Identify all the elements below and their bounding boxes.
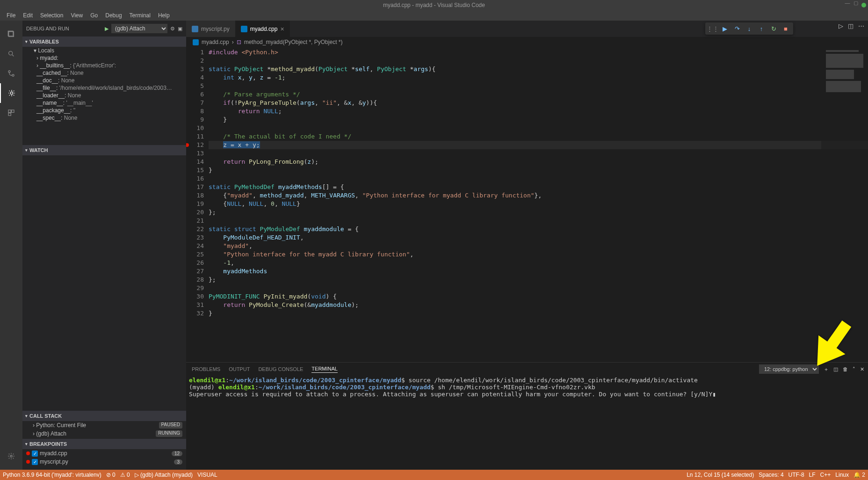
variable-row[interactable]: › myadd: bbox=[22, 54, 186, 62]
terminal-select[interactable]: 12: cppdbg: python bbox=[759, 364, 819, 374]
terminal[interactable]: elendil@x1:~/work/island_birds/code/2003… bbox=[186, 376, 868, 470]
variable-row[interactable]: __loader__: None bbox=[22, 92, 186, 99]
settings-gear-icon[interactable] bbox=[0, 446, 22, 466]
status-errors[interactable]: ⊘ 0 bbox=[106, 472, 116, 478]
variable-row[interactable]: __package__: '' bbox=[22, 107, 186, 114]
search-icon[interactable] bbox=[0, 44, 22, 64]
svg-line-3 bbox=[12, 55, 14, 56]
split-terminal-icon[interactable]: ◫ bbox=[833, 366, 838, 372]
panel-tab-debug-console[interactable]: DEBUG CONSOLE bbox=[258, 366, 303, 372]
extensions-icon[interactable] bbox=[0, 103, 22, 123]
status-visual: VISUAL bbox=[197, 472, 217, 478]
breakpoint-row[interactable]: ✓myscript.py3 bbox=[22, 458, 186, 466]
svg-point-4 bbox=[8, 71, 10, 73]
status-cursor[interactable]: Ln 12, Col 15 (14 selected) bbox=[687, 472, 754, 478]
status-encoding[interactable]: UTF-8 bbox=[788, 472, 804, 478]
debug-settings-icon[interactable]: ⚙ bbox=[170, 26, 175, 32]
stop-icon[interactable]: ■ bbox=[780, 23, 791, 34]
callstack-row[interactable]: › Python: Current FilePAUSED bbox=[22, 421, 186, 429]
status-eol[interactable]: LF bbox=[809, 472, 816, 478]
variable-row[interactable]: __cached__: None bbox=[22, 69, 186, 77]
status-warnings[interactable]: ⚠ 0 bbox=[120, 472, 130, 478]
file-icon bbox=[192, 26, 198, 32]
variable-row[interactable]: __name__: '__main__' bbox=[22, 99, 186, 107]
debug-sidebar: DEBUG AND RUN ▶ (gdb) Attach ⚙ ▣ VARIABL… bbox=[22, 21, 186, 470]
svg-point-2 bbox=[9, 51, 13, 55]
window-maximize[interactable]: ▢ bbox=[853, 0, 859, 6]
tab-myscript-py[interactable]: myscript.py bbox=[186, 21, 235, 37]
window-close[interactable] bbox=[861, 3, 866, 7]
svg-point-10 bbox=[10, 455, 12, 457]
explorer-icon[interactable] bbox=[0, 24, 22, 44]
variables-header[interactable]: VARIABLES bbox=[22, 36, 186, 47]
window-minimize[interactable]: — bbox=[845, 0, 850, 6]
menu-go[interactable]: Go bbox=[87, 12, 101, 19]
panel-tab-terminal[interactable]: TERMINAL bbox=[311, 366, 338, 373]
step-into-icon[interactable]: ↓ bbox=[744, 23, 755, 34]
tab-myadd-cpp[interactable]: myadd.cpp× bbox=[235, 21, 290, 37]
maximize-panel-icon[interactable]: ˄ bbox=[853, 366, 855, 372]
symbol-icon: ⊡ bbox=[237, 39, 241, 45]
variable-row[interactable]: __doc__: None bbox=[22, 77, 186, 84]
status-indent[interactable]: Spaces: 4 bbox=[759, 472, 783, 478]
locals-scope[interactable]: ▾ Locals bbox=[22, 47, 186, 54]
menu-selection[interactable]: Selection bbox=[36, 12, 67, 19]
svg-rect-9 bbox=[8, 113, 11, 116]
debug-toolbar: ⋮⋮ ▶ ↷ ↓ ↑ ↻ ■ bbox=[705, 22, 793, 35]
sidebar-title: DEBUG AND RUN bbox=[26, 26, 69, 31]
restart-icon[interactable]: ↻ bbox=[768, 23, 779, 34]
svg-rect-7 bbox=[8, 110, 11, 112]
breadcrumb[interactable]: myadd.cpp › ⊡ method_myadd(PyObject *, P… bbox=[186, 37, 868, 47]
watch-header[interactable]: WATCH bbox=[22, 145, 186, 155]
variable-row[interactable]: __file__: '/home/elendil/work/island_bir… bbox=[22, 84, 186, 92]
kill-terminal-icon[interactable]: 🗑 bbox=[843, 366, 848, 372]
status-python[interactable]: Python 3.6.9 64-bit ('myadd': virtualenv… bbox=[3, 472, 101, 478]
menu-view[interactable]: View bbox=[67, 12, 87, 19]
svg-point-6 bbox=[10, 92, 13, 94]
minimap[interactable] bbox=[821, 47, 868, 362]
panel-tab-problems[interactable]: PROBLEMS bbox=[192, 366, 220, 372]
code-editor[interactable]: #include <Python.h>static PyObject *meth… bbox=[209, 47, 868, 362]
status-debug[interactable]: ▷ (gdb) Attach (myadd) bbox=[135, 472, 193, 478]
debug-icon[interactable] bbox=[0, 83, 22, 103]
variable-row[interactable]: __spec__: None bbox=[22, 114, 186, 122]
tab-close-icon[interactable]: × bbox=[280, 25, 284, 33]
menu-edit[interactable]: Edit bbox=[19, 12, 36, 19]
start-debug-icon[interactable]: ▶ bbox=[105, 26, 108, 32]
breakpoints-header[interactable]: BREAKPOINTS bbox=[22, 439, 186, 449]
status-bar: Python 3.6.9 64-bit ('myadd': virtualenv… bbox=[0, 470, 868, 480]
source-control-icon[interactable] bbox=[0, 64, 22, 83]
more-actions-icon[interactable]: ⋯ bbox=[858, 22, 864, 29]
menu-help[interactable]: Help bbox=[154, 12, 174, 19]
cpp-file-icon bbox=[193, 39, 199, 45]
callstack-row[interactable]: › (gdb) AttachRUNNING bbox=[22, 429, 186, 438]
file-icon bbox=[241, 26, 247, 32]
split-editor-icon[interactable]: ◫ bbox=[848, 22, 854, 29]
callstack-header[interactable]: CALL STACK bbox=[22, 411, 186, 421]
menu-debug[interactable]: Debug bbox=[101, 12, 125, 19]
variable-row[interactable]: › __builtins__: {'ArithmeticError': bbox=[22, 62, 186, 69]
close-panel-icon[interactable]: ✕ bbox=[860, 366, 864, 372]
new-terminal-icon[interactable]: ＋ bbox=[824, 366, 829, 373]
step-out-icon[interactable]: ↑ bbox=[756, 23, 767, 34]
line-gutter[interactable]: 1234567891011121314151617181920212223242… bbox=[186, 47, 209, 362]
debug-console-toggle-icon[interactable]: ▣ bbox=[178, 26, 182, 32]
step-over-icon[interactable]: ↷ bbox=[731, 23, 743, 34]
title-bar: myadd.cpp - myadd - Visual Studio Code —… bbox=[0, 0, 868, 10]
status-os[interactable]: Linux bbox=[835, 472, 849, 478]
status-language[interactable]: C++ bbox=[820, 472, 831, 478]
run-file-icon[interactable]: ▷ bbox=[839, 22, 843, 29]
window-title: myadd.cpp - myadd - Visual Studio Code bbox=[383, 2, 485, 8]
bottom-panel: PROBLEMSOUTPUTDEBUG CONSOLETERMINAL 12: … bbox=[186, 362, 868, 470]
breakpoint-row[interactable]: ✓myadd.cpp12 bbox=[22, 449, 186, 458]
status-notifications[interactable]: 🔔 2 bbox=[854, 472, 865, 478]
menu-terminal[interactable]: Terminal bbox=[126, 12, 154, 19]
drag-handle-icon[interactable]: ⋮⋮ bbox=[707, 23, 718, 34]
menu-file[interactable]: File bbox=[3, 12, 19, 19]
debug-config-select[interactable]: (gdb) Attach bbox=[111, 24, 167, 33]
panel-tab-output[interactable]: OUTPUT bbox=[229, 366, 250, 372]
svg-rect-8 bbox=[12, 110, 14, 112]
breakpoint-glyph[interactable] bbox=[186, 143, 189, 147]
activity-bar bbox=[0, 21, 22, 470]
continue-icon[interactable]: ▶ bbox=[719, 23, 731, 34]
